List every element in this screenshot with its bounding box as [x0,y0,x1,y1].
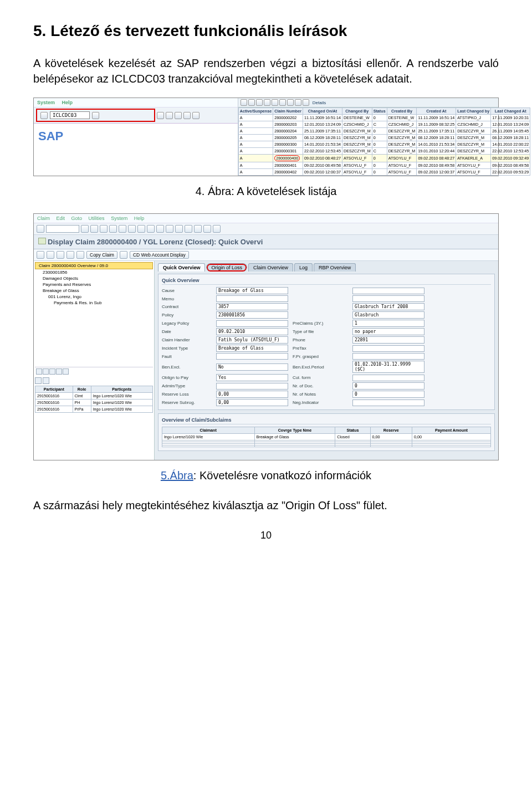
tab-log[interactable]: Log [294,263,313,272]
cancel-icon[interactable] [109,225,117,233]
field-value[interactable]: 22891 [352,336,424,344]
field-value[interactable] [216,295,288,302]
back-icon[interactable] [90,225,98,233]
exit-icon[interactable] [166,112,173,119]
column-header[interactable]: Active/Suspense [238,108,273,115]
newsession-icon[interactable] [185,225,192,233]
table-row[interactable]: A280000030122.02.2010 12:53:45DESZCZYR_M… [238,148,530,155]
web-icon[interactable] [120,251,127,259]
field-value[interactable]: 0 [352,382,424,390]
column-header[interactable]: Role [73,386,91,393]
command-field[interactable] [46,225,79,233]
field-value[interactable]: 1 [352,320,424,327]
cancel-icon[interactable] [175,112,182,119]
claims-list-table[interactable]: Active/SuspenseClaim NumberChanged On/At… [238,107,530,176]
column-header[interactable]: Created By [387,108,417,115]
navigation-tree[interactable]: Claim 2800000400 Overview / 09.023000018… [34,261,155,460]
export-icon[interactable] [279,99,286,106]
menu-goto[interactable]: Goto [71,216,83,221]
nav-back-icon[interactable] [37,251,44,259]
layout-icon[interactable] [213,225,221,233]
tree-node[interactable]: Payments & Res. in Sub [35,300,153,306]
column-header[interactable]: Claimant [162,427,254,434]
scroll-left-icon[interactable] [43,368,49,375]
copy-claim-button[interactable]: Copy Claim [86,251,117,259]
field-value[interactable] [352,288,424,294]
colwidth-icon[interactable] [63,368,69,375]
table-row[interactable]: A280000020211.11.2009 16:51:14DESTEINE_W… [238,115,530,121]
subclaims-table[interactable]: ClaimantCovrge Type NmeStatusReservePaym… [162,427,491,447]
column-header[interactable]: Participant [35,386,73,393]
field-value[interactable]: 0,00 [216,399,288,406]
field-value[interactable]: Glasbruch Tarif 2008 [352,303,424,310]
field-value[interactable]: 01.02.2010-31.12.9999 ($C) [352,361,424,373]
firstpage-icon[interactable] [147,225,155,233]
tree-node[interactable]: 2300001856 [35,269,153,275]
field-value[interactable] [352,345,424,352]
prevpage-icon[interactable] [156,225,164,233]
help-icon[interactable] [203,225,211,233]
column-header[interactable]: Claim Number [273,108,303,115]
details-icon[interactable] [303,99,309,106]
table-row[interactable]: A280000020312.01.2010 13:24:09CZSCHMID_J… [238,121,530,128]
lastpage-icon[interactable] [175,225,183,233]
tab-origin-of-loss[interactable]: Origin of Loss [206,263,247,272]
toggle-icon[interactable] [66,251,74,259]
table-row[interactable]: 2915001616PHIngo Lorenz/1020 Wie [35,400,153,406]
field-value[interactable]: 3857 [216,303,288,310]
column-header[interactable]: Reserve [370,427,412,434]
field-value[interactable]: 09.02.2010 [216,328,288,335]
field-value[interactable]: No [216,363,288,371]
field-value[interactable] [216,383,288,390]
nav-fwd-icon[interactable] [47,251,54,259]
exit-icon[interactable] [100,225,108,233]
field-value[interactable] [216,353,288,360]
column-header[interactable]: Status [372,108,387,115]
print-icon[interactable] [119,225,126,233]
print-icon[interactable] [183,112,191,119]
field-value[interactable]: Glasbruch [352,311,424,319]
field-value[interactable]: Yes [216,374,288,381]
participants-table[interactable]: ParticipantRoleParticpnts 2915001616Clmt… [35,386,153,413]
tab-claim-overview[interactable]: Claim Overview [248,263,293,272]
menu-claim[interactable]: Claim [37,216,50,221]
table-row[interactable]: 2915001616ClmtIngo Lorenz/1020 Wie [35,393,153,400]
nextpage-icon[interactable] [166,225,173,233]
sum-icon[interactable] [272,99,278,106]
collapse-icon[interactable] [35,377,42,384]
column-header[interactable]: Changed On/At [303,108,342,115]
scroll-right-icon[interactable] [49,368,55,375]
column-header[interactable]: Created At [417,108,456,115]
table-row[interactable]: 2915001616PrPaIngo Lorenz/1020 Wie [35,406,153,413]
table-row[interactable]: A280000020508.12.2009 18:28:11DESZCZYR_M… [238,135,530,141]
table-row[interactable]: A280000040009.02.2010 08:48:27ATSOYLU_F0… [238,155,530,162]
field-value[interactable]: 2300001856 [216,311,288,319]
tab-quick-overview[interactable]: Quick Overview [158,263,206,272]
back-icon[interactable] [157,112,164,119]
menu-utilities[interactable]: Utilities [89,216,105,221]
save-icon[interactable] [81,225,89,233]
graph-icon[interactable] [295,99,301,106]
sort-desc-icon[interactable] [256,99,263,106]
field-value[interactable]: no paper [352,328,424,335]
scroll-last-icon[interactable] [56,368,62,375]
table-row[interactable]: A280000020425.11.2009 17:35:11DESZCZYR_M… [238,128,530,135]
menu-system[interactable]: System [111,216,127,221]
tree-node[interactable]: Damaged Objects [35,275,153,281]
expand-icon[interactable] [43,377,49,384]
scroll-first-icon[interactable] [36,368,42,375]
field-value[interactable] [216,320,288,327]
menu-help[interactable]: Help [62,100,73,105]
dropdown-icon[interactable] [92,112,99,119]
ok-icon[interactable] [40,112,48,119]
find-icon[interactable] [192,112,200,119]
tree-node[interactable]: Breakage of Glass [35,288,153,294]
shortcut-icon[interactable] [194,225,202,233]
ok-icon[interactable] [37,225,44,233]
tab-rbp-overview[interactable]: RBP Overview [314,263,356,272]
field-value[interactable] [352,375,424,381]
column-header[interactable]: Particpnts [91,386,152,393]
column-header[interactable]: Last Changed At [491,108,530,115]
menu-edit[interactable]: Edit [57,216,65,221]
tree-node[interactable]: 001 Lorenz, Ingo [35,294,153,300]
